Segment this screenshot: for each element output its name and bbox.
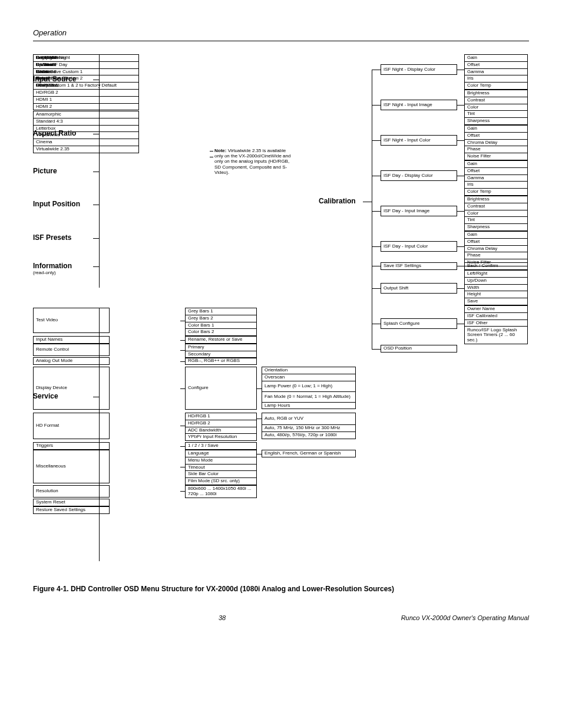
cell: YPbPr Input Resolution bbox=[186, 434, 257, 441]
note-virtualwide: Note: Virtualwide 2.35 is available only… bbox=[214, 148, 291, 175]
cell: Gamma bbox=[465, 68, 528, 75]
cal-group-8: Output Shift bbox=[381, 283, 457, 294]
cell: Grey Bars 2 bbox=[186, 315, 257, 322]
cell: ISF Day - Input Image bbox=[381, 206, 457, 216]
conn bbox=[257, 388, 262, 389]
cell: Tint bbox=[465, 111, 528, 118]
conn bbox=[457, 140, 464, 141]
cell: Color bbox=[465, 210, 528, 217]
cell: Lamp Hours bbox=[262, 402, 356, 409]
cell: Color Temp bbox=[465, 189, 528, 196]
cal-brace-h bbox=[372, 324, 381, 324]
svc-restore: Restore Saved Settings bbox=[33, 506, 110, 514]
cell: Back / Confirm bbox=[465, 263, 528, 270]
cell: HDMI 1 bbox=[34, 96, 139, 103]
cell: ISF Day - Input Color bbox=[381, 242, 457, 252]
svc-hdformat-vals: Auto, RGB or YUV Auto, 75 MHz, 150 MHz o… bbox=[262, 413, 356, 439]
cal-brace-h bbox=[372, 288, 381, 289]
figure-caption: Figure 4-1. DHD Controller OSD Menu Stru… bbox=[33, 585, 529, 593]
cell: Restore Saved Settings bbox=[34, 507, 110, 514]
svc-hdformat-sub: HD/RGB 1 HD/RGB 2 ADC Bandwidth YPbPr In… bbox=[185, 413, 257, 441]
cell: Offset bbox=[465, 132, 528, 139]
label-input-position: Input Position bbox=[33, 200, 101, 208]
svc-display-items: Orientation Overscan Lamp Power (0 = Low… bbox=[262, 367, 356, 409]
brace-in bbox=[93, 172, 99, 172]
cal-brace-h bbox=[372, 349, 381, 350]
cell: Primary bbox=[186, 344, 257, 351]
cell: Contrast bbox=[465, 203, 528, 210]
brace bbox=[99, 111, 100, 153]
cell: HD Format bbox=[34, 413, 110, 439]
cal-brace-h bbox=[372, 70, 381, 70]
header-rule bbox=[33, 41, 529, 41]
cell: Gain bbox=[465, 55, 528, 62]
label-information-sub: (read-only) bbox=[33, 271, 56, 276]
cell: Noise Filter bbox=[465, 153, 528, 160]
cell: Gain bbox=[465, 161, 528, 168]
cell: Save ISF Settings bbox=[381, 263, 457, 270]
svc-test-video: Test Video bbox=[33, 308, 110, 333]
cell: HD/RGB 2 bbox=[34, 89, 139, 96]
conn bbox=[180, 426, 185, 426]
brace-in bbox=[93, 80, 99, 80]
svc-display-configure: Configure bbox=[185, 367, 257, 410]
cell: Overscan bbox=[262, 374, 356, 381]
conn bbox=[457, 246, 464, 247]
cell: Side Bar Color bbox=[186, 471, 257, 478]
cell: Auto, RGB or YUV bbox=[262, 413, 356, 425]
cal-group-3: ISF Night - Input Color bbox=[381, 135, 457, 146]
brace-in bbox=[93, 205, 99, 205]
cell: HD/RGB 2 bbox=[186, 420, 257, 427]
cell: Color Bars 1 bbox=[186, 322, 257, 329]
cell: Color Temp bbox=[465, 83, 528, 90]
cal-brace-h bbox=[372, 211, 381, 212]
svc-resolution: Resolution bbox=[33, 485, 110, 498]
cell: Miscellaneous bbox=[34, 450, 110, 483]
brace-in bbox=[93, 238, 99, 239]
cal-brace-h bbox=[372, 176, 381, 176]
svc-misc-sub: Language Menu Mode Timeout Side Bar Colo… bbox=[185, 450, 257, 485]
cal-items-2: Brightness Contrast Color Tint Sharpness bbox=[464, 90, 528, 125]
cell: Height bbox=[465, 291, 528, 298]
cell: Iris bbox=[465, 182, 528, 189]
conn bbox=[180, 321, 185, 321]
svc-triggers: Triggers bbox=[33, 442, 110, 450]
cell: OSD Position bbox=[381, 345, 457, 353]
svc-input-names-items: Rename, Restore or Save bbox=[185, 336, 257, 344]
cell: Display Device bbox=[34, 367, 110, 410]
cell: Brightness bbox=[465, 196, 528, 203]
cal-group-6: ISF Day - Input Color bbox=[381, 241, 457, 252]
aspect-ratio-table: Anamorphic Standard 4:3 Letterbox Virtua… bbox=[33, 111, 139, 153]
brace-in bbox=[93, 134, 99, 134]
conn bbox=[180, 361, 185, 362]
conn bbox=[457, 324, 464, 324]
brace bbox=[99, 259, 100, 288]
label-picture: Picture bbox=[33, 167, 101, 175]
brace bbox=[99, 189, 100, 224]
cell: Rename, Restore or Save bbox=[186, 337, 257, 344]
page-number: 38 bbox=[104, 614, 340, 621]
brace bbox=[99, 224, 100, 259]
cell: Offset bbox=[465, 61, 528, 68]
conn bbox=[457, 105, 464, 106]
cal-brace-h bbox=[372, 266, 381, 266]
cell: Configure bbox=[186, 367, 257, 410]
cell: Auto, 75 MHz, 150 MHz or 300 MHz bbox=[262, 425, 356, 432]
cell: Contrast bbox=[465, 97, 528, 104]
conn bbox=[457, 176, 464, 176]
note-line-bot bbox=[210, 157, 213, 157]
cell: HD/RGB 1 bbox=[186, 413, 257, 420]
cell: Triggers bbox=[34, 443, 110, 450]
svc-analog-out-items: RGB--, RGB++ or RGBS bbox=[185, 357, 257, 365]
cell: Tint bbox=[465, 217, 528, 224]
cell: Owner Name bbox=[465, 306, 528, 313]
section-header: Operation bbox=[33, 28, 529, 37]
cell: Runco/ISF Logo Splash Screen Timers (2 .… bbox=[465, 327, 528, 344]
cal-group-1: ISF Night - Display Color bbox=[381, 64, 457, 75]
footer: 38 Runco VX-2000d Owner's Operating Manu… bbox=[33, 614, 529, 621]
conn bbox=[180, 340, 185, 341]
cell: VirtualWide bbox=[34, 132, 139, 139]
cell: Width bbox=[465, 284, 528, 291]
svc-misc: Miscellaneous bbox=[33, 450, 110, 483]
svc-hd-format: HD Format bbox=[33, 413, 110, 439]
